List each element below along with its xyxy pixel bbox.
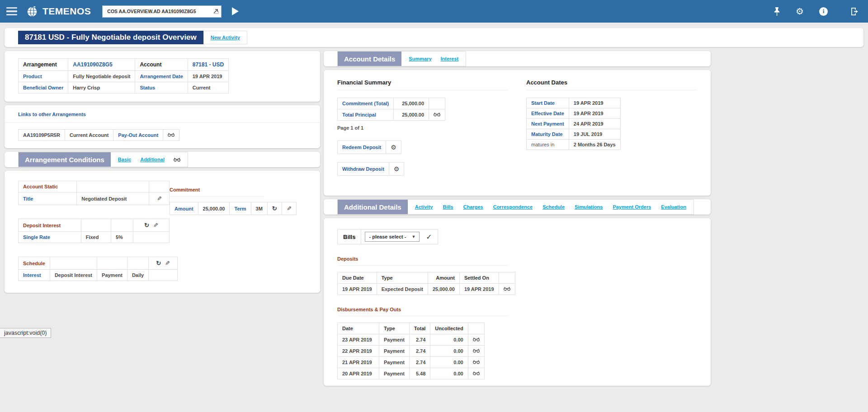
- binoculars-icon[interactable]: [434, 112, 440, 117]
- disbursements-title: Disbursements & Pay Outs: [337, 307, 697, 312]
- financial-summary-table: Commitment (Total) 25,000.00 Total Princ…: [337, 98, 445, 121]
- pin-icon[interactable]: [774, 7, 780, 16]
- withdraw-deposit-label[interactable]: Withdraw Deposit: [338, 163, 389, 176]
- tab-correspondence[interactable]: Correspondence: [493, 204, 533, 210]
- deposits-table: Due Date Type Amount Settled On 19 APR 2…: [337, 272, 515, 295]
- account-summary-card: Financial Summary Commitment (Total) 25,…: [324, 70, 711, 196]
- temenos-globe-icon: [26, 5, 39, 17]
- binoculars-icon[interactable]: [504, 286, 510, 292]
- effective-date-value: 19 APR 2019: [569, 108, 620, 119]
- deposit-due-date: 19 APR 2019: [338, 284, 377, 295]
- account-dates-title: Account Dates: [526, 79, 697, 86]
- redeem-deposit-label[interactable]: Redeem Deposit: [338, 141, 386, 154]
- arrangement-info-table: Arrangement AA191090Z8G5 Account 87181 -…: [18, 58, 229, 94]
- tab-activity[interactable]: Activity: [415, 204, 433, 210]
- table-row: Maturity Date 19 JUL 2019: [527, 129, 621, 140]
- tab-bills[interactable]: Bills: [443, 204, 453, 210]
- disb-type: Payment: [379, 368, 410, 379]
- command-line: [103, 6, 221, 17]
- col-type: Type: [379, 323, 410, 334]
- tab-payment-orders[interactable]: Payment Orders: [613, 204, 651, 210]
- tab-evaluation[interactable]: Evaluation: [661, 204, 686, 210]
- table-row: Commitment (Total) 25,000.00: [338, 98, 445, 109]
- tab-schedule[interactable]: Schedule: [542, 204, 565, 210]
- edit-pencil-icon[interactable]: ✎: [165, 260, 170, 267]
- history-refresh-icon[interactable]: ↻: [156, 260, 161, 267]
- tab-summary[interactable]: Summary: [409, 56, 431, 61]
- amount-value: 25,000.00: [198, 202, 230, 215]
- new-activity-link[interactable]: New Activity: [211, 35, 240, 40]
- launch-icon[interactable]: [213, 8, 219, 14]
- disbursements-table: Date Type Total Uncollected 23 APR 2019 …: [337, 323, 485, 379]
- action-gear-icon[interactable]: ⚙: [391, 144, 396, 151]
- history-refresh-icon[interactable]: ↻: [144, 222, 149, 229]
- commitment-table: Amount 25,000.00 Term 3M ↻ ✎: [170, 202, 297, 215]
- run-command-icon[interactable]: [232, 7, 239, 15]
- action-gear-icon[interactable]: ⚙: [394, 165, 400, 173]
- history-refresh-icon[interactable]: ↻: [272, 205, 277, 212]
- bills-select-value: - please select -: [369, 234, 406, 239]
- redeem-deposit-button[interactable]: Redeem Deposit ⚙: [337, 140, 401, 154]
- amount-label: Amount: [170, 202, 198, 215]
- tab-charges[interactable]: Charges: [463, 204, 483, 210]
- edit-pencil-icon[interactable]: ✎: [153, 222, 158, 229]
- schedule-frequency-value: Daily: [127, 270, 148, 281]
- view-cell[interactable]: [163, 130, 179, 141]
- account-static-header: Account Static: [19, 181, 77, 192]
- disb-type: Payment: [379, 357, 410, 368]
- table-row: Beneficial Owner Harry Crisp Status Curr…: [19, 82, 229, 94]
- table-row: Next Payment 24 APR 2019: [527, 119, 621, 129]
- additional-details-title: Additional Details: [338, 200, 408, 214]
- disb-date: 21 APR 2019: [338, 357, 379, 368]
- brand-name: TEMENOS: [42, 6, 91, 17]
- tab-simulations[interactable]: Simulations: [575, 204, 603, 210]
- tab-basic[interactable]: Basic: [118, 157, 131, 162]
- maturity-date-value: 19 JUL 2019: [569, 129, 620, 140]
- edit-pencil-icon[interactable]: ✎: [287, 205, 292, 212]
- arrangement-conditions-header-card: Arrangement Conditions Basic Additional: [5, 152, 320, 167]
- settings-gear-icon[interactable]: ⚙: [796, 7, 804, 16]
- title-label: Title: [19, 192, 77, 205]
- total-principal-label: Total Principal: [338, 109, 394, 121]
- account-details-title: Account Details: [338, 52, 401, 66]
- menu-icon[interactable]: [6, 7, 17, 16]
- binoculars-icon[interactable]: [473, 360, 480, 365]
- deposits-title: Deposits: [337, 256, 697, 262]
- linked-arrangement-id: AA19109P5R5R: [19, 130, 65, 141]
- account-dates-table: Start Date 19 APR 2019 Effective Date 19…: [526, 98, 621, 150]
- commitment-block: Commitment Amount 25,000.00 Term 3M ↻ ✎: [170, 187, 264, 215]
- withdraw-deposit-button[interactable]: Withdraw Deposit ⚙: [337, 162, 404, 176]
- disb-total: 2.74: [409, 346, 430, 357]
- binoculars-icon[interactable]: [473, 348, 480, 354]
- binoculars-icon[interactable]: [473, 337, 480, 342]
- commitment-total-label: Commitment (Total): [338, 98, 394, 109]
- col-due-date: Due Date: [338, 272, 377, 284]
- table-row: Start Date 19 APR 2019: [527, 98, 621, 108]
- payout-account-link[interactable]: Pay-Out Account: [113, 130, 163, 141]
- table-row: Product Fully Negotiable deposit Arrange…: [19, 71, 229, 82]
- status-value: Current: [188, 82, 228, 94]
- tab-interest[interactable]: Interest: [441, 56, 459, 61]
- table-row: 22 APR 2019 Payment 2.74 0.00: [338, 346, 485, 357]
- edit-pencil-icon[interactable]: ✎: [157, 195, 162, 202]
- logout-icon[interactable]: [850, 7, 859, 16]
- info-icon[interactable]: i: [819, 7, 828, 16]
- matures-in-value: 2 Months 26 Days: [569, 140, 620, 150]
- next-payment-value: 24 APR 2019: [569, 119, 620, 129]
- bills-select[interactable]: - please select - ▼: [365, 232, 420, 242]
- tab-additional[interactable]: Additional: [140, 157, 165, 162]
- table-row: Title Negotiated Deposit ✎: [19, 192, 170, 205]
- disb-uncollected: 0.00: [430, 346, 468, 357]
- binoculars-icon[interactable]: [473, 371, 480, 376]
- binoculars-icon[interactable]: [174, 157, 180, 162]
- product-value: Fully Negotiable deposit: [68, 71, 135, 82]
- financial-summary-title: Financial Summary: [337, 79, 526, 86]
- account-id-link[interactable]: 87181 - USD: [188, 59, 228, 71]
- col-date: Date: [338, 323, 379, 334]
- confirm-check-icon[interactable]: ✓: [426, 233, 432, 241]
- binoculars-icon[interactable]: [168, 132, 175, 138]
- command-input[interactable]: [103, 6, 221, 17]
- bills-label: Bills: [338, 229, 361, 244]
- table-row: Single Rate Fixed 5%: [19, 232, 170, 243]
- arrangement-id-link[interactable]: AA191090Z8G5: [68, 59, 135, 71]
